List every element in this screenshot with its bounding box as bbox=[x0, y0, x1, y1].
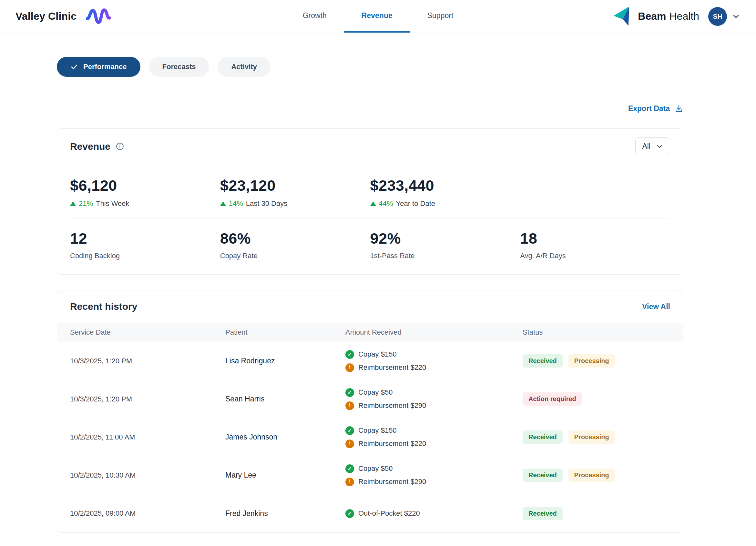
amount-text: Reimbursement $290 bbox=[358, 478, 426, 486]
service-date: 10/2/2025, 09:00 AM bbox=[70, 509, 225, 518]
patient-name: Lisa Rodriguez bbox=[225, 356, 345, 365]
secondary-stats-row: 12 Coding Backlog 86% Copay Rate 92% 1st… bbox=[57, 219, 683, 274]
stat-value: $233,440 bbox=[370, 177, 520, 194]
trend-up-icon bbox=[370, 201, 376, 206]
col-status: Status bbox=[523, 328, 670, 336]
trend-up-icon bbox=[220, 201, 226, 206]
stat-label: Avg. A/R Days bbox=[520, 252, 670, 260]
stat-value: 92% bbox=[370, 230, 520, 247]
service-date: 10/2/2025, 10:30 AM bbox=[70, 471, 225, 479]
table-row: 10/3/2025, 1:20 PM Sean Harris Copay $50… bbox=[57, 380, 683, 418]
service-date: 10/3/2025, 1:20 PM bbox=[70, 395, 225, 403]
tab-forecasts[interactable]: Forecasts bbox=[149, 57, 209, 77]
revenue-card-title: Revenue bbox=[70, 141, 110, 152]
stat-first-pass-rate: 92% 1st-Pass Rate bbox=[370, 230, 520, 260]
stat-value: $6,120 bbox=[70, 177, 220, 194]
col-service-date: Service Date bbox=[70, 328, 225, 336]
stat-period: Year to Date bbox=[396, 200, 435, 208]
amount-text: Copay $50 bbox=[358, 464, 393, 473]
history-card-title: Recent history bbox=[70, 301, 137, 312]
header-right: Beam Health SH bbox=[611, 5, 741, 28]
stat-coding-backlog: 12 Coding Backlog bbox=[70, 230, 220, 260]
warning-circle-icon bbox=[345, 478, 354, 486]
stat-label: Copay Rate bbox=[220, 252, 370, 260]
history-card-header: Recent history View All bbox=[57, 290, 683, 323]
beam-health-brand: Beam Health bbox=[638, 10, 699, 22]
export-row: Export Data bbox=[57, 104, 683, 113]
amount-text: Copay $50 bbox=[358, 388, 393, 397]
amount-text: Reimbursement $220 bbox=[358, 363, 426, 372]
col-amount-received: Amount Received bbox=[345, 328, 523, 336]
status-badge-received: Received bbox=[523, 507, 563, 520]
tab-activity[interactable]: Activity bbox=[218, 57, 270, 77]
nav-item-support[interactable]: Support bbox=[410, 0, 471, 33]
check-circle-icon bbox=[345, 464, 354, 473]
warning-circle-icon bbox=[345, 401, 354, 410]
app-header: Valley Clinic Growth Revenue Support bbox=[0, 0, 756, 33]
primary-stats-row: $6,120 21% This Week $23,120 14% Last 30… bbox=[57, 164, 683, 218]
status-badge-received: Received bbox=[523, 469, 563, 482]
trend-up-icon bbox=[70, 201, 76, 206]
table-row: 10/2/2025, 11:00 AM James Johnson Copay … bbox=[57, 418, 683, 456]
stat-year-to-date: $233,440 44% Year to Date bbox=[370, 177, 520, 208]
brand-name-bold: Beam bbox=[638, 10, 666, 22]
status-badge-processing: Processing bbox=[568, 354, 615, 367]
stat-period: Last 30 Days bbox=[246, 200, 287, 208]
amount-text: Reimbursement $290 bbox=[358, 401, 426, 410]
view-tabs: Performance Forecasts Activity bbox=[57, 57, 683, 77]
table-row: 10/2/2025, 09:00 AM Fred Jenkins Out-of-… bbox=[57, 494, 683, 532]
stat-value: 86% bbox=[220, 230, 370, 247]
stat-delta: 44% bbox=[379, 200, 393, 208]
stat-delta: 21% bbox=[79, 200, 93, 208]
download-icon bbox=[674, 104, 683, 113]
range-select-dropdown[interactable]: All bbox=[635, 138, 670, 155]
stat-value: 12 bbox=[70, 230, 220, 247]
account-menu-chevron-icon[interactable] bbox=[731, 12, 741, 21]
revenue-card-header: Revenue All bbox=[57, 129, 683, 164]
view-all-link[interactable]: View All bbox=[642, 302, 670, 311]
recent-history-card: Recent history View All Service Date Pat… bbox=[57, 290, 683, 533]
revenue-card: Revenue All $6,120 21% This Week bbox=[57, 129, 683, 274]
check-circle-icon bbox=[345, 426, 354, 435]
warning-circle-icon bbox=[345, 439, 354, 448]
check-circle-icon bbox=[345, 509, 354, 518]
status-badge-processing: Processing bbox=[568, 469, 615, 482]
tab-forecasts-label: Forecasts bbox=[162, 63, 196, 71]
pulse-wave-logo-icon bbox=[85, 6, 116, 27]
tab-performance[interactable]: Performance bbox=[57, 57, 140, 77]
stat-period: This Week bbox=[96, 200, 129, 208]
patient-name: Sean Harris bbox=[225, 395, 345, 403]
check-icon bbox=[70, 63, 78, 71]
stat-avg-ar-days: 18 Avg. A/R Days bbox=[520, 230, 670, 260]
amount-text: Out-of-Pocket $220 bbox=[358, 509, 420, 518]
table-row: 10/2/2025, 10:30 AM Mary Lee Copay $50 R… bbox=[57, 456, 683, 494]
export-data-button[interactable]: Export Data bbox=[628, 104, 683, 113]
stat-label: Coding Backlog bbox=[70, 252, 220, 260]
patient-name: Fred Jenkins bbox=[225, 509, 345, 518]
amount-text: Reimbursement $220 bbox=[358, 439, 426, 448]
stat-delta: 14% bbox=[229, 200, 243, 208]
amount-text: Copay $150 bbox=[358, 350, 397, 358]
tab-performance-label: Performance bbox=[83, 63, 127, 71]
clinic-name: Valley Clinic bbox=[15, 10, 77, 22]
info-icon[interactable] bbox=[116, 142, 124, 151]
stat-value: $23,120 bbox=[220, 177, 370, 194]
nav-item-revenue[interactable]: Revenue bbox=[344, 0, 410, 33]
clinic-brand[interactable]: Valley Clinic bbox=[15, 6, 116, 27]
service-date: 10/3/2025, 1:20 PM bbox=[70, 357, 225, 365]
table-header-row: Service Date Patient Amount Received Sta… bbox=[57, 323, 683, 342]
user-avatar[interactable]: SH bbox=[708, 7, 727, 26]
range-select-value: All bbox=[642, 142, 650, 151]
stat-this-week: $6,120 21% This Week bbox=[70, 177, 220, 208]
nav-item-growth[interactable]: Growth bbox=[285, 0, 344, 33]
patient-name: James Johnson bbox=[225, 433, 345, 441]
check-circle-icon bbox=[345, 388, 354, 397]
chevron-down-icon bbox=[656, 143, 663, 150]
table-row: 10/3/2025, 1:20 PM Lisa Rodriguez Copay … bbox=[57, 342, 683, 380]
export-data-label: Export Data bbox=[628, 104, 670, 113]
status-badge-received: Received bbox=[523, 354, 563, 367]
col-patient: Patient bbox=[225, 328, 345, 336]
warning-circle-icon bbox=[345, 363, 354, 372]
beam-health-logo-icon bbox=[611, 5, 633, 28]
status-badge-received: Received bbox=[523, 430, 563, 444]
